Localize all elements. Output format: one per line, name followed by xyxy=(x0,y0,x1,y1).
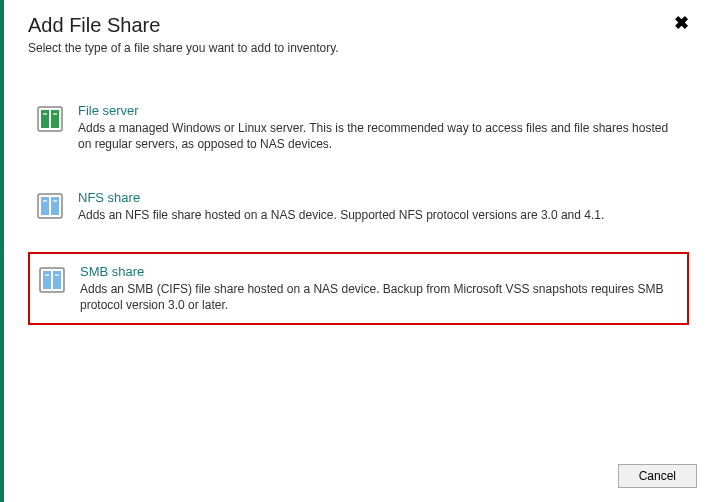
dialog-subtitle: Select the type of a file share you want… xyxy=(28,41,689,55)
dialog-header: Add File Share Select the type of a file… xyxy=(4,0,713,63)
svg-rect-1 xyxy=(41,110,49,128)
file-server-icon xyxy=(36,105,64,133)
svg-rect-14 xyxy=(55,274,59,276)
svg-rect-13 xyxy=(45,274,49,276)
option-title: NFS share xyxy=(78,190,681,205)
option-description: Adds an SMB (CIFS) file share hosted on … xyxy=(80,281,679,313)
dialog-footer: Cancel xyxy=(618,464,697,488)
svg-rect-2 xyxy=(51,110,59,128)
options-list: File server Adds a managed Windows or Li… xyxy=(4,63,713,325)
option-description: Adds a managed Windows or Linux server. … xyxy=(78,120,681,152)
cancel-button[interactable]: Cancel xyxy=(618,464,697,488)
svg-rect-3 xyxy=(43,113,47,115)
close-icon: ✖ xyxy=(674,13,689,33)
option-content: File server Adds a managed Windows or Li… xyxy=(78,103,681,152)
option-description: Adds an NFS file share hosted on a NAS d… xyxy=(78,207,681,223)
option-content: NFS share Adds an NFS file share hosted … xyxy=(78,190,681,223)
option-title: File server xyxy=(78,103,681,118)
svg-rect-8 xyxy=(43,200,47,202)
option-file-server[interactable]: File server Adds a managed Windows or Li… xyxy=(28,93,689,162)
svg-rect-9 xyxy=(53,200,57,202)
option-nfs-share[interactable]: NFS share Adds an NFS file share hosted … xyxy=(28,180,689,233)
option-content: SMB share Adds an SMB (CIFS) file share … xyxy=(80,264,679,313)
close-button[interactable]: ✖ xyxy=(668,10,695,36)
svg-rect-7 xyxy=(51,197,59,215)
svg-rect-12 xyxy=(53,271,61,289)
option-title: SMB share xyxy=(80,264,679,279)
svg-rect-4 xyxy=(53,113,57,115)
option-smb-share[interactable]: SMB share Adds an SMB (CIFS) file share … xyxy=(28,252,689,325)
smb-share-icon xyxy=(38,266,66,294)
svg-rect-11 xyxy=(43,271,51,289)
dialog-title: Add File Share xyxy=(28,14,689,37)
svg-rect-6 xyxy=(41,197,49,215)
nfs-share-icon xyxy=(36,192,64,220)
